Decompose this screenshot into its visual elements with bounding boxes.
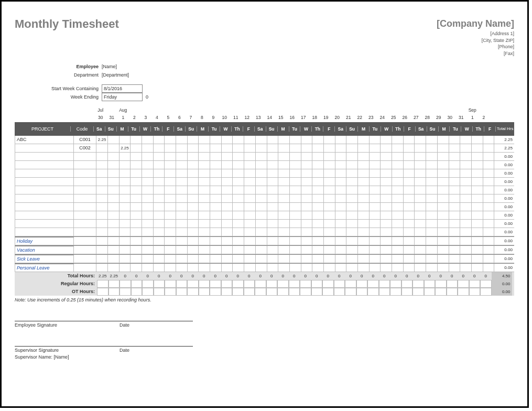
hours-cell[interactable] <box>438 203 449 211</box>
hours-cell[interactable] <box>426 161 438 169</box>
hours-cell[interactable] <box>222 186 233 194</box>
hours-cell[interactable] <box>165 169 176 177</box>
hours-cell[interactable] <box>426 136 438 144</box>
hours-cell[interactable] <box>210 194 222 202</box>
hours-cell[interactable] <box>96 246 108 254</box>
hours-cell[interactable] <box>142 280 154 288</box>
hours-cell[interactable] <box>210 178 222 186</box>
hours-cell[interactable] <box>460 237 472 245</box>
hours-cell[interactable] <box>301 255 313 263</box>
hours-cell[interactable] <box>438 144 449 152</box>
hours-cell[interactable] <box>290 194 301 202</box>
hours-cell[interactable] <box>392 220 404 228</box>
hours-cell[interactable] <box>460 264 472 272</box>
hours-cell[interactable] <box>142 169 154 177</box>
hours-cell[interactable] <box>176 228 188 236</box>
hours-cell[interactable] <box>290 153 301 160</box>
hours-cell[interactable] <box>426 203 438 211</box>
hours-cell[interactable] <box>267 136 279 144</box>
hours-cell[interactable] <box>324 203 335 211</box>
hours-cell[interactable] <box>222 136 233 144</box>
hours-cell[interactable] <box>96 211 108 219</box>
hours-cell[interactable] <box>221 280 233 288</box>
hours-cell[interactable] <box>210 237 222 245</box>
hours-cell[interactable] <box>210 255 222 263</box>
hours-cell[interactable] <box>358 169 370 177</box>
hours-cell[interactable] <box>199 161 210 169</box>
hours-cell[interactable] <box>278 194 290 202</box>
hours-cell[interactable] <box>324 178 335 186</box>
hours-cell[interactable] <box>154 228 165 236</box>
hours-cell[interactable] <box>120 169 131 177</box>
hours-cell[interactable] <box>312 153 324 160</box>
hours-cell[interactable] <box>415 246 426 254</box>
hours-cell[interactable] <box>267 228 279 236</box>
hours-cell[interactable] <box>312 144 324 152</box>
hours-cell[interactable] <box>312 255 324 263</box>
hours-cell[interactable] <box>324 169 335 177</box>
hours-cell[interactable] <box>460 144 472 152</box>
hours-cell[interactable] <box>176 186 188 194</box>
hours-cell[interactable] <box>301 144 313 152</box>
hours-cell[interactable] <box>392 237 404 245</box>
hours-cell[interactable] <box>415 169 426 177</box>
hours-cell[interactable] <box>267 194 279 202</box>
hours-cell[interactable] <box>142 246 154 254</box>
hours-cell[interactable] <box>438 169 449 177</box>
hours-cell[interactable] <box>278 203 290 211</box>
startweek-input[interactable]: 8/1/2016 <box>102 84 143 93</box>
hours-cell[interactable] <box>472 237 483 245</box>
hours-cell[interactable] <box>176 169 188 177</box>
hours-cell[interactable] <box>460 136 472 144</box>
hours-cell[interactable] <box>415 186 426 194</box>
hours-cell[interactable] <box>176 153 188 160</box>
hours-cell[interactable] <box>256 203 267 211</box>
hours-cell[interactable] <box>165 194 176 202</box>
hours-cell[interactable] <box>210 288 221 296</box>
hours-cell[interactable] <box>401 288 413 296</box>
hours-cell[interactable] <box>415 153 426 160</box>
hours-cell[interactable] <box>392 211 404 219</box>
code-cell[interactable] <box>74 178 96 186</box>
hours-cell[interactable] <box>324 246 335 254</box>
hours-cell[interactable] <box>176 220 188 228</box>
hours-cell[interactable] <box>404 186 415 194</box>
hours-cell[interactable] <box>222 144 233 152</box>
hours-cell[interactable] <box>154 144 165 152</box>
hours-cell[interactable] <box>370 153 381 160</box>
hours-cell[interactable] <box>233 228 244 236</box>
hours-cell[interactable] <box>244 264 256 272</box>
hours-cell[interactable] <box>176 178 188 186</box>
hours-cell[interactable] <box>483 255 495 263</box>
hours-cell[interactable] <box>483 186 495 194</box>
hours-cell[interactable] <box>131 288 143 296</box>
hours-cell[interactable] <box>290 211 301 219</box>
hours-cell[interactable] <box>165 237 176 245</box>
hours-cell[interactable] <box>188 144 199 152</box>
hours-cell[interactable] <box>392 153 404 160</box>
hours-cell[interactable] <box>210 220 222 228</box>
hours-cell[interactable] <box>381 203 392 211</box>
hours-cell[interactable] <box>370 255 381 263</box>
hours-cell[interactable] <box>472 144 483 152</box>
hours-cell[interactable] <box>483 169 495 177</box>
hours-cell[interactable] <box>312 211 324 219</box>
hours-cell[interactable] <box>324 228 335 236</box>
hours-cell[interactable] <box>165 264 176 272</box>
hours-cell[interactable] <box>120 280 131 288</box>
hours-cell[interactable] <box>120 255 131 263</box>
hours-cell[interactable] <box>108 186 120 194</box>
hours-cell[interactable] <box>222 161 233 169</box>
hours-cell[interactable] <box>120 264 131 272</box>
hours-cell[interactable] <box>142 220 154 228</box>
hours-cell[interactable] <box>188 161 199 169</box>
hours-cell[interactable] <box>96 255 108 263</box>
hours-cell[interactable] <box>256 211 267 219</box>
hours-cell[interactable] <box>480 288 492 296</box>
hours-cell[interactable] <box>424 288 436 296</box>
hours-cell[interactable] <box>267 169 279 177</box>
hours-cell[interactable] <box>449 203 461 211</box>
hours-cell[interactable] <box>290 186 301 194</box>
hours-cell[interactable] <box>267 237 279 245</box>
hours-cell[interactable] <box>267 178 279 186</box>
